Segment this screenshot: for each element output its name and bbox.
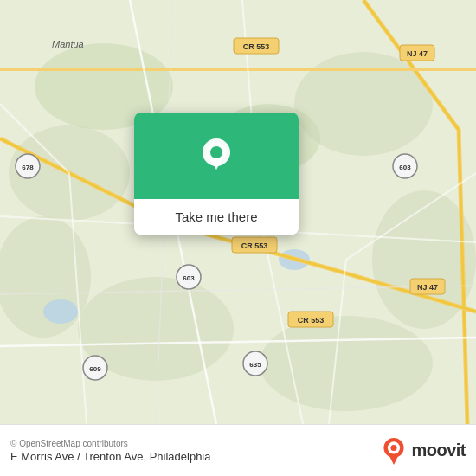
moovit-logo: moovit bbox=[382, 437, 466, 465]
bottom-left: © OpenStreetMap contributors E Morris Av… bbox=[10, 439, 382, 463]
moovit-text: moovit bbox=[411, 441, 466, 460]
svg-text:609: 609 bbox=[89, 365, 101, 373]
svg-text:603: 603 bbox=[399, 164, 411, 171]
map-container: CR 553 CR 553 CR 553 NJ 47 NJ 47 678 603… bbox=[0, 0, 476, 424]
svg-text:CR 553: CR 553 bbox=[298, 316, 325, 325]
svg-text:NJ 47: NJ 47 bbox=[417, 283, 438, 292]
svg-text:CR 553: CR 553 bbox=[243, 42, 270, 51]
svg-text:Mantua: Mantua bbox=[52, 39, 84, 49]
svg-text:CR 553: CR 553 bbox=[241, 241, 268, 250]
location-pin-icon bbox=[197, 137, 235, 175]
svg-point-9 bbox=[43, 299, 78, 324]
bottom-address: E Morris Ave / Trenton Ave, Philadelphia bbox=[10, 450, 382, 463]
attribution: © OpenStreetMap contributors bbox=[10, 439, 382, 448]
svg-text:NJ 47: NJ 47 bbox=[407, 49, 428, 58]
svg-point-38 bbox=[391, 444, 397, 450]
popup-card: Take me there bbox=[134, 113, 299, 235]
bottom-bar: © OpenStreetMap contributors E Morris Av… bbox=[0, 424, 476, 476]
popup-header bbox=[134, 113, 299, 199]
svg-marker-39 bbox=[389, 455, 399, 465]
svg-text:603: 603 bbox=[183, 274, 195, 282]
take-me-there-button[interactable]: Take me there bbox=[134, 199, 299, 235]
svg-point-33 bbox=[210, 146, 222, 158]
moovit-pin-icon bbox=[382, 437, 406, 465]
svg-text:678: 678 bbox=[22, 164, 34, 171]
svg-text:635: 635 bbox=[249, 361, 261, 369]
svg-point-5 bbox=[260, 316, 433, 411]
